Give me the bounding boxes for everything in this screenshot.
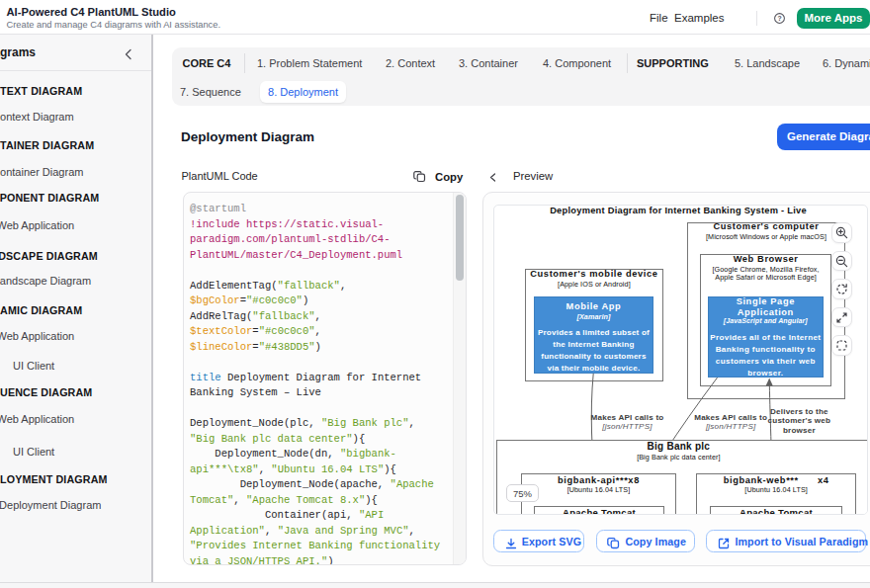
svg-text:?: ? [777, 15, 781, 22]
